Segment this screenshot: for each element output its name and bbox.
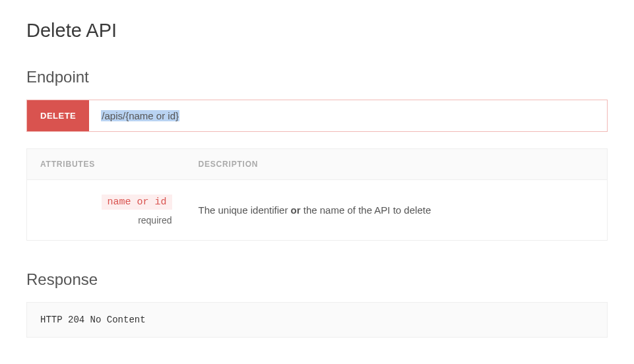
col-header-description: DESCRIPTION: [185, 149, 608, 180]
attribute-cell: name or id required: [27, 180, 185, 241]
description-text-post: the name of the API to delete: [301, 204, 431, 216]
page-title: Delete API: [26, 20, 608, 42]
endpoint-path: /apis/{name or id}: [89, 100, 191, 131]
endpoint-heading: Endpoint: [26, 68, 608, 86]
response-code-block: HTTP 204 No Content: [26, 302, 608, 338]
response-heading: Response: [26, 270, 608, 289]
table-header-row: ATTRIBUTES DESCRIPTION: [27, 149, 608, 180]
attribute-required-label: required: [40, 215, 172, 226]
response-section: Response HTTP 204 No Content: [26, 270, 608, 338]
attribute-name: name or id: [102, 195, 172, 210]
description-text-bold: or: [291, 204, 301, 216]
endpoint-section: Endpoint DELETE /apis/{name or id} ATTRI…: [26, 68, 608, 241]
description-text-pre: The unique identifier: [199, 204, 291, 216]
attributes-table: ATTRIBUTES DESCRIPTION name or id requir…: [26, 148, 608, 241]
endpoint-path-text[interactable]: /apis/{name or id}: [101, 110, 179, 121]
description-cell: The unique identifier or the name of the…: [185, 180, 608, 241]
endpoint-box: DELETE /apis/{name or id}: [26, 100, 608, 132]
table-row: name or id required The unique identifie…: [27, 180, 608, 241]
http-method-badge: DELETE: [27, 100, 89, 131]
col-header-attributes: ATTRIBUTES: [27, 149, 185, 180]
